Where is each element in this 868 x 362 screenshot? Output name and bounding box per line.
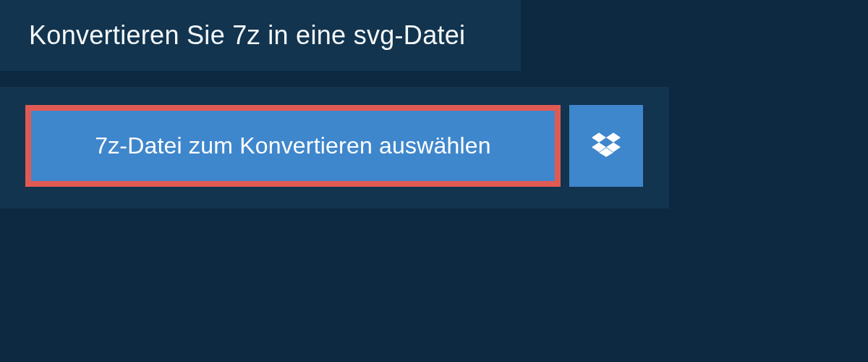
- header-bar: Konvertieren Sie 7z in eine svg-Datei: [0, 0, 521, 71]
- page-title: Konvertieren Sie 7z in eine svg-Datei: [29, 20, 499, 51]
- main-panel: 7z-Datei zum Konvertieren auswählen: [0, 87, 669, 209]
- select-file-button[interactable]: 7z-Datei zum Konvertieren auswählen: [25, 105, 561, 187]
- dropbox-icon: [592, 130, 621, 162]
- button-row: 7z-Datei zum Konvertieren auswählen: [25, 105, 644, 187]
- dropbox-button[interactable]: [569, 105, 643, 187]
